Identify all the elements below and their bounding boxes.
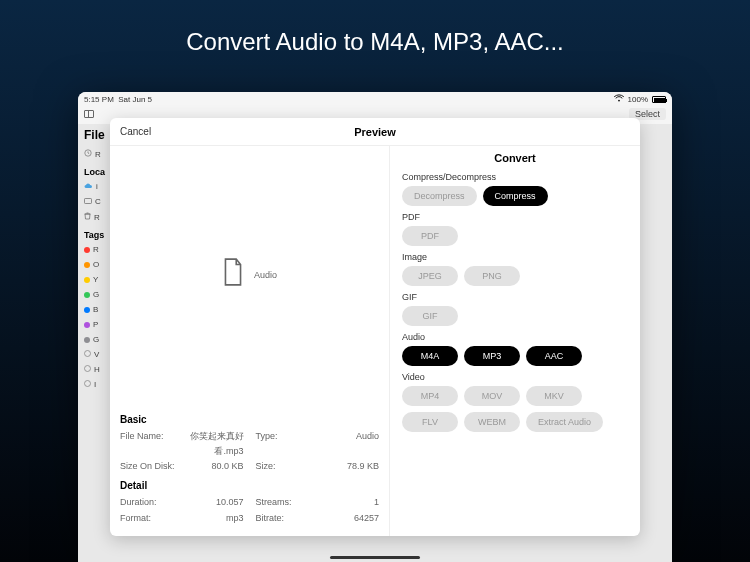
status-date: Sat Jun 5 [118,95,152,104]
sidebar-extra-row[interactable]: V [82,347,112,362]
modal-title: Preview [354,126,396,138]
location-ipad[interactable]: C [82,194,112,209]
recents-letter: R [95,150,101,159]
preview-left-pane: Audio Basic File Name: 你笑起来真好看.mp3 Type:… [110,146,390,536]
sidebar-extra-row[interactable]: I [82,377,112,392]
location-trash[interactable]: R [82,209,112,225]
jpeg-button: JPEG [402,266,458,286]
promo-title: Convert Audio to M4A, MP3, AAC... [0,0,750,74]
info-row-format: Format: mp3 Bitrate: 64257 [120,511,379,526]
preview-area: Audio [110,146,389,402]
tag-dot-icon [84,247,90,253]
extract-audio-button: Extract Audio [526,412,603,432]
gif-section: GIF [402,292,628,302]
tag-dot-icon [84,307,90,313]
status-time-date: 5:15 PM Sat Jun 5 [84,95,152,104]
audio-section: Audio [402,332,628,342]
info-row-size: Size On Disk: 80.0 KB Size: 78.9 KB [120,459,379,474]
tag-row[interactable]: G [82,287,112,302]
circle-icon [84,365,91,374]
clock-icon [84,149,92,159]
wifi-icon [614,94,624,104]
flv-button: FLV [402,412,458,432]
mp3-button[interactable]: MP3 [464,346,520,366]
preview-type-label: Audio [254,270,277,280]
battery-pct: 100% [628,95,648,104]
recents-row[interactable]: R [82,146,112,162]
locations-section: Loca [82,162,112,179]
pdf-section: PDF [402,212,628,222]
tag-row[interactable]: Y [82,272,112,287]
battery-icon [652,96,666,103]
tag-dot-icon [84,322,90,328]
sidebar-partial: File R Loca i C R Tags ROYGBPG VHI [82,124,112,392]
status-time: 5:15 PM [84,95,114,104]
mkv-button: MKV [526,386,582,406]
tag-dot-icon [84,292,90,298]
compress-section: Compress/Decompress [402,172,628,182]
circle-icon [84,350,91,359]
trash-icon [84,212,91,222]
m4a-button[interactable]: M4A [402,346,458,366]
tag-row[interactable]: O [82,257,112,272]
svg-point-0 [618,100,620,102]
detail-section-label: Detail [120,480,379,491]
status-bar: 5:15 PM Sat Jun 5 100% [78,92,672,106]
cancel-button[interactable]: Cancel [120,126,151,137]
image-section: Image [402,252,628,262]
compress-button[interactable]: Compress [483,186,548,206]
convert-title: Convert [402,152,628,164]
svg-point-3 [85,351,91,357]
svg-point-5 [85,381,91,387]
mov-button: MOV [464,386,520,406]
webm-button: WEBM [464,412,520,432]
modal-header: Cancel Preview [110,118,640,146]
file-icon [222,258,244,290]
aac-button[interactable]: AAC [526,346,582,366]
preview-modal: Cancel Preview Audio Basic File Name: [110,118,640,536]
tag-dot-icon [84,277,90,283]
files-app-title: File [82,124,112,146]
basic-section-label: Basic [120,414,379,425]
decompress-button: Decompress [402,186,477,206]
video-section: Video [402,372,628,382]
svg-rect-2 [85,199,92,204]
ipad-icon [84,197,92,206]
home-indicator[interactable] [330,556,420,559]
gif-button: GIF [402,306,458,326]
tag-row[interactable]: B [82,302,112,317]
tag-row[interactable]: G [82,332,112,347]
sidebar-toggle-icon[interactable] [84,110,94,118]
pdf-button: PDF [402,226,458,246]
tag-row[interactable]: P [82,317,112,332]
info-row-filename: File Name: 你笑起来真好看.mp3 Type: Audio [120,429,379,460]
tag-dot-icon [84,337,90,343]
tag-row[interactable]: R [82,242,112,257]
location-icloud[interactable]: i [82,179,112,194]
tag-dot-icon [84,262,90,268]
cloud-icon [84,182,93,191]
file-info: Basic File Name: 你笑起来真好看.mp3 Type: Audio… [110,402,389,536]
circle-icon [84,380,91,389]
png-button: PNG [464,266,520,286]
info-row-duration: Duration: 10.057 Streams: 1 [120,495,379,510]
svg-point-4 [85,366,91,372]
mp4-button: MP4 [402,386,458,406]
tags-section: Tags [82,225,112,242]
sidebar-extra-row[interactable]: H [82,362,112,377]
ipad-frame: 5:15 PM Sat Jun 5 100% Select File R Loc… [78,92,672,562]
convert-pane: Convert Compress/Decompress Decompress C… [390,146,640,536]
